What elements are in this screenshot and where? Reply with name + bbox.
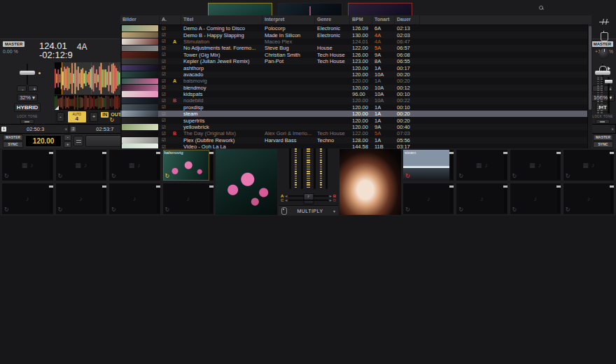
key-lock-button[interactable] [20, 119, 34, 125]
sample-slot[interactable]: ▦♪↻ [510, 149, 561, 181]
track-row[interactable]: ☑Kepler (Julian Jeweil Remix)Pan-PotTech… [120, 58, 592, 64]
sample-volume-slider[interactable] [50, 151, 52, 179]
track-row[interactable]: ☑steam120.001A00:20 [120, 111, 592, 117]
sample-slot[interactable]: ♪↻ [510, 183, 561, 215]
column-header-tonart[interactable]: Tonart [372, 15, 395, 24]
track-row[interactable]: ☑Abalsmovig120.001A00:20 [120, 78, 592, 84]
track-row[interactable]: ☑Demo A - Coming to DiscoPolocorpElectro… [120, 25, 592, 31]
xfade-assign-c[interactable]: C [281, 198, 284, 202]
track-row[interactable]: ☑blendmoy120.0010A00:12 [120, 85, 592, 91]
sample-slot[interactable]: ▦♪↻ [108, 149, 161, 181]
track-checkbox[interactable]: ☑ [160, 131, 171, 136]
blend-toggle-icon[interactable] [281, 207, 287, 215]
preview-volume-handle[interactable] [605, 80, 612, 83]
loop-smaller-button[interactable]: - [57, 112, 64, 122]
track-checkbox[interactable]: ☑ [160, 26, 171, 31]
track-checkbox[interactable]: ☑ [160, 92, 171, 97]
sample-slot[interactable]: ♪↻ [456, 183, 507, 215]
column-header-a[interactable]: A. [160, 15, 181, 24]
scrollbar[interactable] [587, 24, 592, 148]
track-row[interactable]: ☑Plex (Dubfire Rework)Harvard BassTechno… [120, 137, 592, 144]
track-checkbox[interactable]: ☑ [160, 125, 171, 130]
sample-volume-slider[interactable] [610, 185, 613, 213]
track-row[interactable]: ☑ashthorp120.001A00:17 [120, 64, 592, 71]
column-header-dauer[interactable]: Dauer [395, 15, 420, 24]
track-row[interactable]: ☑kidspats96.0010A00:10 [120, 91, 592, 97]
track-checkbox[interactable]: ☑ [160, 71, 171, 77]
sample-volume-slider[interactable] [504, 185, 507, 213]
sample-volume-slider[interactable] [557, 185, 560, 213]
sample-volume-slider[interactable] [157, 151, 160, 179]
crossfader-track[interactable]: ♪ [288, 194, 328, 202]
view-mode-button[interactable]: HYBRID [14, 103, 41, 112]
tempo-plus-button[interactable]: + [64, 141, 71, 148]
sample-slot[interactable]: ▦♪↻ [456, 149, 507, 181]
track-checkbox[interactable]: ☑ [160, 144, 171, 148]
sample-volume-slider[interactable] [50, 185, 52, 213]
loop-in-button[interactable]: IN [101, 112, 108, 118]
track-row[interactable]: ☑yellowbrick120.009A00:40 [120, 124, 592, 130]
sample-volume-slider[interactable] [103, 151, 106, 179]
quantize-button[interactable] [74, 136, 83, 146]
track-checkbox[interactable]: ☑ [160, 118, 171, 123]
sample-slot[interactable]: steam↻ [402, 149, 454, 181]
video-blend-mode[interactable]: MULTIPLY ▾ [279, 205, 338, 216]
sample-slot[interactable]: ♪↻ [402, 183, 454, 215]
headphones-icon[interactable] [598, 66, 611, 71]
tempo-plus-button[interactable]: + [28, 85, 38, 92]
column-header-bilder[interactable]: Bilder [120, 15, 160, 24]
track-row[interactable]: ☑BThe Day (Original Mix)Alex Gori & Imer… [120, 130, 592, 136]
xfade-assign-d[interactable]: D [333, 198, 336, 202]
track-checkbox[interactable]: ☑ [160, 137, 171, 143]
loop-larger-button[interactable]: + [90, 112, 99, 122]
sample-volume-slider[interactable] [157, 185, 160, 213]
track-checkbox[interactable]: ☑ [160, 85, 171, 90]
track-row[interactable]: ☑Demo B - Happy SlappingMade In SiliconE… [120, 31, 592, 38]
sample-slot[interactable]: ▦♪↻ [55, 149, 108, 181]
auto-loop-size[interactable]: AUTO 4 [67, 111, 87, 123]
sample-volume-slider[interactable] [557, 151, 560, 179]
sample-volume-slider[interactable] [210, 185, 213, 213]
sync-button[interactable]: SYNC [3, 141, 23, 148]
sample-slot[interactable]: ▦♪↻ [1, 149, 54, 181]
track-checkbox[interactable]: ☑ [160, 52, 171, 57]
track-row[interactable]: ☑supertriis120.001A00:20 [120, 117, 592, 123]
sample-slot[interactable]: ♪↻ [162, 183, 215, 215]
track-row[interactable]: ☑proxdisp120.001A00:10 [120, 104, 592, 111]
column-header-titel[interactable]: Titel [181, 15, 262, 24]
column-header-interpret[interactable]: Interpret [262, 15, 315, 24]
tempo-minus-button[interactable]: - [64, 134, 71, 141]
zoom-dropdown[interactable]: 32% ▾ [17, 94, 38, 102]
sample-slot[interactable]: balsmovig↻ [162, 149, 215, 181]
track-checkbox[interactable]: ☑ [160, 111, 171, 117]
master-button[interactable]: MASTER [3, 134, 23, 141]
track-checkbox[interactable]: ☑ [160, 104, 171, 110]
sample-volume-slider[interactable] [103, 185, 106, 213]
track-row[interactable]: ☑Video - Ooh La La144.5811B03:17 [120, 144, 592, 148]
track-row[interactable]: ☑Tower (Gig Mix)Christian SmithTech Hous… [120, 52, 592, 58]
sample-slot[interactable]: ♪↻ [108, 183, 161, 215]
track-row[interactable]: ☑avacado120.0010A00:20 [120, 71, 592, 78]
sample-volume-slider[interactable] [450, 185, 453, 213]
track-row[interactable]: ☑AStimulationMaceo Plex124.014A06:47 [120, 38, 592, 45]
track-checkbox[interactable]: ☑ [160, 98, 171, 104]
track-checkbox[interactable]: ☑ [160, 59, 171, 64]
crossfader-handle[interactable]: ♪ [303, 193, 314, 204]
track-checkbox[interactable]: ☑ [160, 46, 171, 51]
track-checkbox[interactable]: ☑ [160, 38, 171, 44]
tempo-fader[interactable] [18, 64, 36, 83]
track-row[interactable]: ☑Bnodebild120.0010A00:22 [120, 97, 592, 104]
sample-slot[interactable]: ▦♪↻ [563, 149, 615, 181]
column-header-bpm[interactable]: BPM [350, 15, 372, 24]
track-checkbox[interactable]: ☑ [160, 78, 171, 84]
column-header-genre[interactable]: Genre [315, 15, 350, 24]
sample-slot[interactable]: ♪↻ [1, 183, 54, 215]
sample-volume-slider[interactable] [450, 151, 453, 179]
track-checkbox[interactable]: ☑ [160, 65, 171, 71]
cue-delete-icon[interactable]: × [64, 127, 67, 132]
sample-volume-slider[interactable] [610, 151, 613, 179]
sample-volume-slider[interactable] [210, 151, 213, 179]
sample-slot[interactable]: ♪↻ [55, 183, 108, 215]
track-row[interactable]: ☑No Adjustments feat. Foremo...Steve Bug… [120, 45, 592, 51]
loop-icon[interactable]: ↻ [109, 118, 114, 122]
